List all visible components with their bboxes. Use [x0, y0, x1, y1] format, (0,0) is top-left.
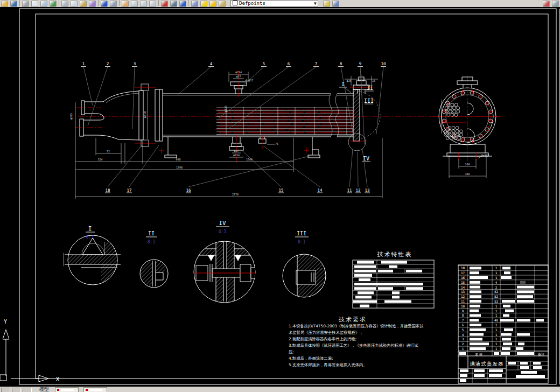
tech-table-text-blob — [376, 283, 423, 285]
status-toggle-1[interactable] — [1, 388, 10, 392]
bom-material-blob — [504, 328, 513, 331]
layout-tab-icon — [57, 389, 59, 391]
title-block-text-blob — [459, 352, 466, 355]
pencil-icon[interactable] — [543, 1, 550, 7]
bom-material-blob — [501, 333, 512, 336]
bom-item-number: 2 — [462, 342, 464, 346]
bom-material-blob — [517, 286, 534, 289]
eraser-icon[interactable] — [552, 1, 559, 7]
bom-qty: 1 — [495, 304, 498, 308]
bom-name-blob — [470, 305, 480, 307]
tech-table-text-blob — [389, 265, 397, 268]
zoom-realtime-icon[interactable] — [131, 1, 138, 7]
copy-icon[interactable] — [71, 1, 78, 7]
tube-hole — [459, 133, 463, 136]
table-icon[interactable] — [170, 1, 177, 7]
undo-icon[interactable] — [101, 1, 108, 7]
title-block-text-blob — [494, 352, 499, 355]
bom-material-blob — [502, 300, 515, 303]
dim-text: 16 — [372, 79, 375, 82]
detail-IV-label: IV — [219, 220, 226, 227]
layout-tab-2[interactable] — [83, 387, 107, 392]
pan-icon[interactable] — [122, 1, 129, 7]
dim-text: 2776 — [232, 193, 239, 196]
plot-icon[interactable] — [22, 1, 29, 7]
ucs-x-label: X — [56, 376, 60, 383]
layers-icon[interactable] — [191, 1, 198, 7]
bom-material-blob — [502, 338, 511, 340]
tube-hole — [453, 110, 456, 113]
layout-tab-icon — [86, 389, 88, 391]
balloon-leader — [376, 67, 383, 134]
cut-icon[interactable] — [61, 1, 68, 7]
balloon-leader — [349, 149, 353, 187]
save-icon[interactable] — [10, 1, 17, 7]
tech-note-line: 3.制成后具体按照《试压通用工艺》，《换热器压力试验内控标准》进行试 — [289, 343, 418, 348]
bom-item-number: 16 — [461, 276, 465, 279]
paste-icon[interactable] — [80, 1, 87, 7]
balloon-leader — [243, 67, 264, 85]
dim-text: ϕ25 — [346, 79, 351, 83]
tube-hole — [451, 113, 454, 116]
toolbar-icon-strip — [0, 0, 227, 8]
make-object-layer-icon[interactable] — [323, 1, 330, 7]
layout-tab-1[interactable] — [55, 387, 79, 392]
balloon-number: 18 — [105, 188, 110, 193]
detail-view-II: II 8:1 — [140, 230, 168, 288]
redo-icon[interactable] — [110, 1, 117, 7]
title-block-text-blob — [460, 379, 466, 382]
plot-preview-icon[interactable] — [31, 1, 38, 7]
bom-item-number: 4 — [462, 333, 464, 337]
layer-combo[interactable]: Defpoints▼ — [230, 0, 318, 7]
zoom-window-icon[interactable] — [140, 1, 147, 7]
help-icon[interactable] — [179, 1, 186, 7]
drawing-canvas[interactable]: I II III IV — [0, 7, 560, 387]
bom-item-number: 1 — [462, 347, 464, 351]
bom-qty: 52 — [494, 290, 499, 293]
bom-item-number: 13 — [461, 290, 465, 293]
cad-drawing[interactable]: I II III IV — [0, 7, 560, 387]
bom-qty: 1 — [495, 333, 498, 337]
publish-icon[interactable] — [40, 1, 47, 7]
bom-name-blob — [470, 290, 481, 293]
bom-item-number: 12 — [461, 295, 465, 298]
bom-qty: 40 — [494, 318, 499, 322]
tech-table-text-blob — [354, 283, 376, 285]
zoom-previous-icon[interactable] — [149, 1, 156, 7]
dim-text: 76 — [275, 142, 278, 145]
bom-name-blob — [470, 271, 479, 274]
ucs-icon: Y X — [0, 319, 60, 383]
tech-note-line: 1.本设备按JB/T4750-2003《制冷装置用压力容器》设计制造，并接受国家… — [289, 324, 424, 328]
bom-name-blob — [470, 328, 486, 331]
top-toolbar: Defpoints▼ — [0, 0, 560, 8]
bom-item-number: 10 — [461, 304, 465, 308]
tech-note-line: 2.装配前应清除容器内各零件上的污物; — [289, 337, 356, 341]
bom-material-blob — [503, 314, 509, 317]
ucs-y-label: Y — [4, 319, 7, 325]
match-properties-icon[interactable] — [89, 1, 96, 7]
tech-table-text-blob — [353, 300, 377, 303]
toolbar-separator — [59, 0, 59, 6]
status-toggle-2[interactable] — [12, 388, 21, 392]
open-icon[interactable] — [1, 1, 8, 7]
layer-combo-value: Defpoints — [239, 1, 265, 6]
tech-table-text-blob — [360, 305, 369, 307]
lightbulb-icon[interactable] — [200, 1, 207, 7]
balloon-leader — [358, 152, 358, 187]
lock-icon[interactable] — [219, 1, 226, 7]
web-icon[interactable] — [50, 1, 57, 7]
status-toggle-3[interactable] — [23, 388, 32, 392]
balloon-leader — [263, 146, 320, 187]
drawing-title: 满液式蒸发器 — [470, 361, 504, 367]
sun-icon[interactable] — [209, 1, 216, 7]
bom-qty: 1 — [495, 309, 498, 313]
redline-icon[interactable] — [161, 1, 168, 7]
chevron-down-icon[interactable]: ▼ — [314, 1, 317, 6]
title-block: 1811711611541421352125211521019181740615… — [458, 265, 548, 383]
balloon-number: 7 — [315, 61, 318, 66]
tech-table-text-blob — [354, 270, 376, 272]
layer-previous-icon[interactable] — [332, 1, 339, 7]
bom-item-number: 11 — [461, 299, 465, 303]
model-tab[interactable]: 模型 — [39, 387, 49, 392]
bom-material-blob — [502, 267, 510, 269]
